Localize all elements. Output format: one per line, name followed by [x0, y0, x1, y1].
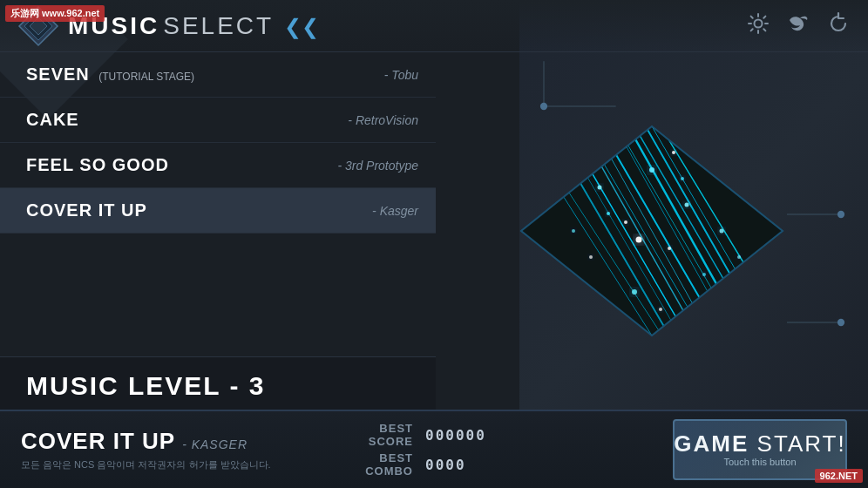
svg-point-44	[681, 177, 684, 180]
svg-point-40	[659, 308, 662, 311]
header-icons	[746, 11, 851, 41]
svg-point-8	[837, 211, 844, 218]
back-icon[interactable]	[826, 11, 851, 41]
content-area: SEVEN (TUTORIAL STAGE) - Tobu CAKE - Ret…	[0, 52, 868, 410]
song-list: SEVEN (TUTORIAL STAGE) - Tobu CAKE - Ret…	[0, 52, 436, 356]
svg-point-33	[668, 247, 671, 250]
bird-icon[interactable]	[786, 11, 810, 41]
best-combo-row: BEST COMBO 0000	[335, 451, 655, 478]
svg-point-36	[632, 289, 637, 295]
header: MUSIC SELECT ❮❮	[0, 0, 868, 52]
title-container: MUSIC SELECT ❮❮	[68, 12, 319, 40]
best-score-row: BEST SCORE 000000	[335, 422, 655, 448]
svg-point-42	[737, 255, 741, 259]
settings-icon[interactable]	[746, 11, 770, 41]
svg-point-30	[598, 186, 602, 190]
song-title-coveritup: COVER IT UP	[26, 200, 147, 220]
song-artist-seven: - Tobu	[384, 68, 418, 82]
level-text: MUSIC LEVEL - 3	[26, 371, 410, 401]
song-title-feelgood: FEEL SO GOOD	[26, 155, 169, 175]
svg-point-34	[685, 203, 689, 207]
bottom-bar: COVER IT UP - Kasger 모든 음악은 NCS 음악이며 저작권…	[0, 410, 868, 488]
song-artist-cake: - RetroVision	[348, 113, 418, 127]
svg-point-38	[720, 229, 724, 234]
watermark-top-left: 乐游网 www.962.net	[5, 5, 105, 22]
best-score-value: 000000	[425, 427, 486, 444]
right-panel	[436, 52, 868, 410]
music-visual	[512, 118, 791, 344]
song-title-seven: SEVEN (TUTORIAL STAGE)	[26, 64, 194, 85]
svg-point-37	[589, 255, 593, 259]
svg-point-39	[607, 212, 610, 215]
level-info: MUSIC LEVEL - 3	[0, 356, 436, 410]
current-artist-text: - Kasger	[182, 437, 248, 451]
song-artist-feelgood: - 3rd Prototype	[337, 159, 418, 173]
svg-point-10	[837, 319, 844, 326]
current-song-desc: 모든 음악은 NCS 음악이며 저작권자의 허가를 받았습니다.	[21, 458, 300, 471]
current-title-text: COVER IT UP	[21, 428, 175, 455]
svg-point-47	[672, 151, 675, 154]
svg-point-35	[702, 273, 706, 276]
title-arrows: ❮❮	[284, 15, 319, 39]
song-item-seven[interactable]: SEVEN (TUTORIAL STAGE) - Tobu	[0, 52, 436, 98]
svg-point-43	[636, 237, 642, 243]
current-song-info: COVER IT UP - Kasger 모든 음악은 NCS 음악이며 저작권…	[21, 428, 300, 471]
start-sub-text: Touch this button	[723, 457, 796, 467]
svg-point-46	[711, 299, 715, 303]
svg-point-41	[580, 290, 585, 295]
song-item-cake[interactable]: CAKE - RetroVision	[0, 98, 436, 143]
title-select: SELECT	[163, 12, 274, 40]
start-game-text: GAME START!	[674, 432, 845, 455]
svg-point-31	[624, 220, 627, 224]
main-container: MUSIC SELECT ❮❮	[0, 0, 868, 488]
song-item-coveritup[interactable]: COVER IT UP - Kasger	[0, 188, 436, 234]
song-artist-coveritup: - Kasger	[372, 204, 418, 218]
svg-point-6	[540, 103, 547, 110]
svg-point-3	[755, 19, 763, 27]
song-item-feelgood[interactable]: FEEL SO GOOD - 3rd Prototype	[0, 143, 436, 188]
svg-point-32	[649, 167, 654, 173]
svg-point-45	[572, 229, 575, 233]
left-panel: SEVEN (TUTORIAL STAGE) - Tobu CAKE - Ret…	[0, 52, 436, 410]
current-song-name: COVER IT UP - Kasger	[21, 428, 300, 455]
best-score-label: BEST SCORE	[335, 422, 413, 448]
song-title-cake: CAKE	[26, 110, 79, 130]
best-combo-value: 0000	[425, 457, 466, 473]
best-combo-label: BEST COMBO	[335, 451, 413, 478]
score-section: BEST SCORE 000000 BEST COMBO 0000	[317, 422, 655, 478]
watermark-bottom-right: 962.NET	[815, 469, 863, 483]
